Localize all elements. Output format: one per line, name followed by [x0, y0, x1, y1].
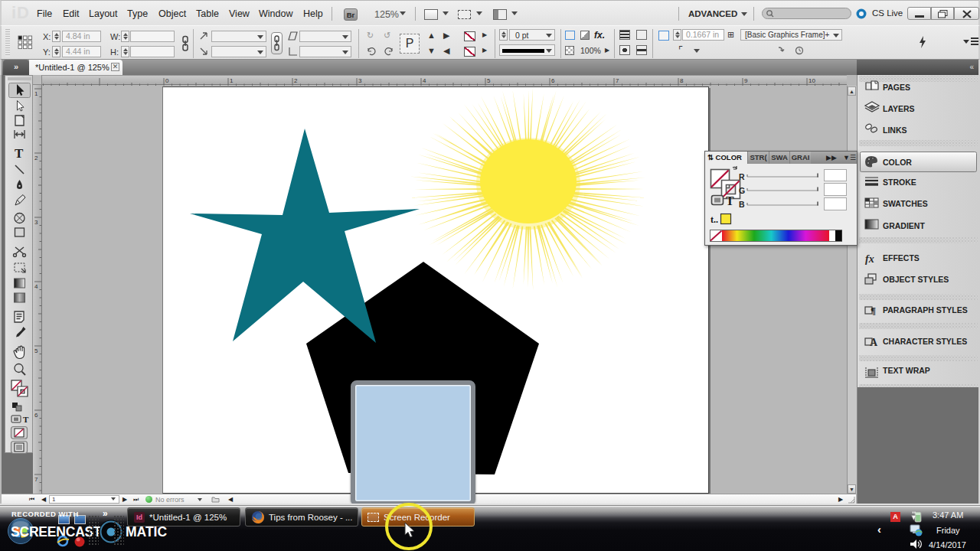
svg-text:T: T	[726, 194, 734, 207]
svg-text:OBJECT STYLES: OBJECT STYLES	[883, 275, 949, 284]
svg-text:PARAGRAPH STYLES: PARAGRAPH STYLES	[883, 305, 968, 315]
svg-text:B: B	[739, 200, 745, 209]
svg-text:6: 6	[34, 412, 38, 419]
svg-text:5: 5	[487, 77, 491, 84]
svg-text:3: 3	[358, 77, 362, 84]
svg-text:R: R	[739, 172, 745, 181]
svg-text:TEXT WRAP: TEXT WRAP	[883, 366, 930, 375]
svg-text:3: 3	[34, 219, 38, 226]
svg-text:7: 7	[616, 77, 619, 84]
svg-text:LAYERS: LAYERS	[883, 104, 915, 113]
svg-text:LINKS: LINKS	[883, 126, 907, 135]
svg-text:7: 7	[34, 476, 38, 483]
svg-text:8: 8	[680, 77, 684, 84]
svg-text:GRADIENT: GRADIENT	[883, 221, 925, 230]
svg-text:T: T	[15, 146, 24, 161]
svg-text:A: A	[870, 337, 878, 348]
svg-text:2: 2	[294, 77, 298, 84]
svg-text:2: 2	[34, 155, 38, 161]
svg-text:¶: ¶	[871, 305, 876, 316]
svg-text:6: 6	[551, 77, 555, 84]
svg-text:1: 1	[34, 90, 38, 97]
svg-text:0: 0	[165, 77, 169, 84]
svg-text:1: 1	[230, 77, 234, 84]
svg-text:PAGES: PAGES	[883, 83, 910, 92]
svg-text:4: 4	[423, 77, 426, 84]
svg-text:fx: fx	[865, 253, 874, 265]
svg-text:T: T	[23, 415, 29, 424]
svg-text:COLOR: COLOR	[883, 158, 912, 167]
svg-text:10: 10	[808, 77, 815, 84]
svg-text:CHARACTER STYLES: CHARACTER STYLES	[883, 337, 967, 346]
svg-text:G: G	[739, 186, 745, 195]
svg-text:9: 9	[744, 77, 748, 84]
svg-text:5: 5	[34, 347, 38, 354]
svg-text:4: 4	[34, 283, 38, 290]
svg-text:EFFECTS: EFFECTS	[883, 253, 920, 262]
svg-text:t..: t..	[710, 214, 718, 225]
svg-text:SWATCHES: SWATCHES	[883, 199, 928, 208]
svg-text:STROKE: STROKE	[883, 178, 916, 187]
